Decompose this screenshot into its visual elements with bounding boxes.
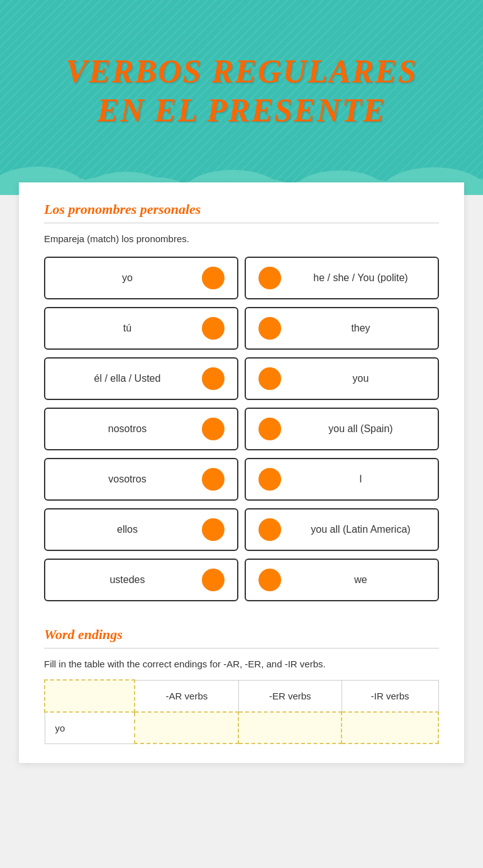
connector-dot-right-2[interactable] — [258, 317, 281, 340]
title-line1: Verbos Regulares — [65, 53, 417, 89]
pronouns-section-title: Los pronombres personales — [44, 201, 439, 218]
matching-row: yo he / she / You (polite) — [44, 257, 439, 299]
connector-dot-right-4[interactable] — [258, 418, 281, 440]
right-box-4[interactable]: you all (Spain) — [245, 408, 439, 450]
left-box-6[interactable]: ellos — [44, 508, 238, 551]
word-endings-instruction: Fill in the table with the correct endin… — [44, 659, 439, 669]
english-label-5: I — [296, 474, 425, 485]
left-box-5[interactable]: vosotros — [44, 458, 238, 501]
connector-dot-left-6[interactable] — [202, 518, 225, 541]
connector-dot-right-1[interactable] — [258, 267, 281, 289]
table-header-row: -AR verbs -ER verbs -IR verbs — [45, 680, 438, 712]
matching-row: él / ella / Usted you — [44, 357, 439, 400]
yo-ar-cell[interactable] — [135, 712, 238, 744]
connector-dot-left-2[interactable] — [202, 317, 225, 340]
left-box-3[interactable]: él / ella / Usted — [44, 357, 238, 400]
matching-row: vosotros I — [44, 458, 439, 501]
english-label-6: you all (Latin America) — [296, 524, 425, 535]
spanish-label-4: nosotros — [58, 423, 197, 435]
spanish-label-2: tú — [58, 323, 197, 334]
page-header: Verbos Regulares en el Presente — [0, 0, 483, 195]
right-box-6[interactable]: you all (Latin America) — [245, 508, 439, 551]
connector-dot-left-7[interactable] — [202, 569, 225, 591]
english-label-4: you all (Spain) — [296, 423, 425, 435]
section2-divider — [44, 648, 439, 648]
yo-er-cell[interactable] — [238, 712, 341, 744]
english-label-3: you — [296, 373, 425, 384]
connector-dot-left-5[interactable] — [202, 468, 225, 491]
table-row-yo: yo — [45, 712, 438, 744]
title-line2: en el Presente — [97, 92, 386, 128]
connector-dot-right-3[interactable] — [258, 367, 281, 390]
spanish-label-1: yo — [58, 272, 197, 284]
right-box-5[interactable]: I — [245, 458, 439, 501]
right-box-2[interactable]: they — [245, 307, 439, 350]
word-endings-title: Word endings — [44, 626, 439, 643]
pronouns-section: Los pronombres personales Empareja (matc… — [44, 201, 439, 601]
right-box-1[interactable]: he / she / You (polite) — [245, 257, 439, 299]
spanish-label-7: ustedes — [58, 574, 197, 586]
matching-row: ellos you all (Latin America) — [44, 508, 439, 551]
section-divider — [44, 223, 439, 223]
spanish-label-3: él / ella / Usted — [58, 373, 197, 384]
left-box-4[interactable]: nosotros — [44, 408, 238, 450]
page-title: Verbos Regulares en el Presente — [65, 52, 417, 131]
er-verbs-header: -ER verbs — [238, 680, 341, 712]
spanish-label-6: ellos — [58, 524, 197, 535]
connector-dot-right-7[interactable] — [258, 569, 281, 591]
right-box-7[interactable]: we — [245, 559, 439, 601]
header-empty-cell[interactable] — [45, 680, 135, 712]
pronouns-instruction: Empareja (match) los pronombres. — [44, 233, 439, 244]
matching-row: nosotros you all (Spain) — [44, 408, 439, 450]
english-label-2: they — [296, 323, 425, 334]
connector-dot-right-6[interactable] — [258, 518, 281, 541]
connector-dot-right-5[interactable] — [258, 468, 281, 491]
verb-endings-table: -AR verbs -ER verbs -IR verbs yo — [44, 679, 439, 744]
spanish-label-5: vosotros — [58, 474, 197, 485]
matching-container: yo he / she / You (polite) tú they — [44, 257, 439, 601]
english-label-1: he / she / You (polite) — [296, 272, 425, 284]
english-label-7: we — [296, 574, 425, 586]
matching-row: tú they — [44, 307, 439, 350]
left-box-2[interactable]: tú — [44, 307, 238, 350]
ar-verbs-header: -AR verbs — [135, 680, 238, 712]
yo-ir-cell[interactable] — [341, 712, 438, 744]
word-endings-section: Word endings Fill in the table with the … — [44, 626, 439, 744]
ir-verbs-header: -IR verbs — [341, 680, 438, 712]
matching-row: ustedes we — [44, 559, 439, 601]
left-box-1[interactable]: yo — [44, 257, 238, 299]
main-content: Los pronombres personales Empareja (matc… — [19, 182, 464, 763]
right-box-3[interactable]: you — [245, 357, 439, 400]
pronoun-yo: yo — [45, 712, 135, 744]
left-box-7[interactable]: ustedes — [44, 559, 238, 601]
connector-dot-left-1[interactable] — [202, 267, 225, 289]
connector-dot-left-4[interactable] — [202, 418, 225, 440]
connector-dot-left-3[interactable] — [202, 367, 225, 390]
